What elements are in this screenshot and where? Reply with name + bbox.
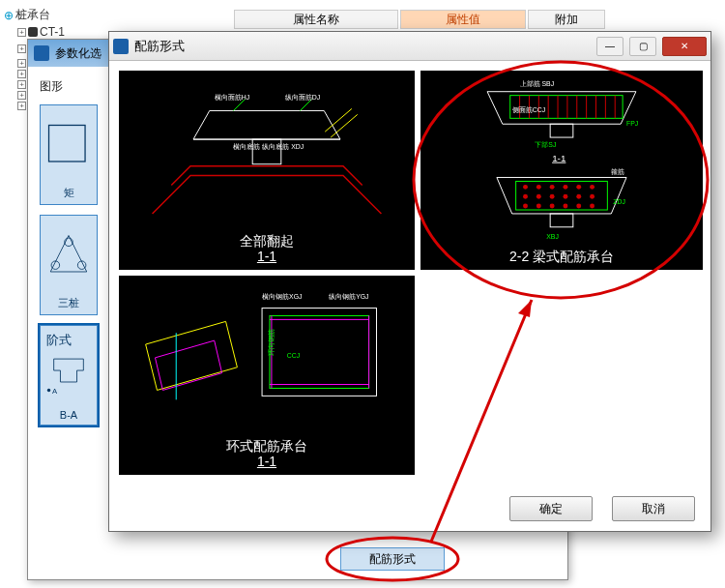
param-title-text: 参数化选: [55, 45, 102, 62]
expand-icon[interactable]: +: [17, 70, 26, 78]
expand-icon[interactable]: +: [17, 102, 26, 110]
cancel-button[interactable]: 取消: [612, 496, 695, 521]
option-beam-cap[interactable]: 上部筋 SBJ 侧面筋CCJ FPJ 下部SJ 1-1 箍筋 ZDJ XBJ 2…: [419, 69, 705, 272]
svg-text:纵向钢筋YGJ: 纵向钢筋YGJ: [329, 293, 368, 300]
bullet-icon: [28, 27, 38, 37]
svg-marker-67: [146, 321, 238, 390]
svg-marker-1: [50, 235, 87, 272]
svg-point-44: [563, 194, 567, 199]
tile-caption: 2-2 梁式配筋承台: [420, 249, 703, 264]
app-icon: [113, 39, 129, 54]
tree-item-label: CT-1: [40, 25, 65, 39]
svg-point-51: [576, 204, 581, 209]
svg-point-43: [550, 194, 555, 199]
svg-point-49: [550, 204, 555, 209]
header-cell: 附加: [528, 10, 605, 29]
header-cell: 属性名称: [234, 10, 398, 29]
svg-text:纵向面筋DJ: 纵向面筋DJ: [285, 94, 320, 101]
tree-root[interactable]: ⊕ 桩承台: [4, 6, 151, 24]
expand-icon[interactable]: +: [17, 44, 26, 53]
param-icon: [34, 45, 49, 61]
expand-icon[interactable]: +: [17, 28, 26, 37]
maximize-button[interactable]: ▢: [629, 37, 656, 56]
expand-icon[interactable]: +: [17, 80, 26, 89]
svg-point-45: [576, 194, 581, 199]
expand-icon[interactable]: +: [17, 59, 26, 68]
svg-point-41: [523, 194, 528, 199]
expand-icon[interactable]: +: [17, 91, 26, 100]
minimize-button[interactable]: —: [596, 37, 624, 56]
titlebar[interactable]: 配筋形式 — ▢ ✕: [109, 32, 710, 61]
svg-rect-0: [49, 125, 86, 162]
svg-point-50: [563, 204, 567, 209]
svg-point-38: [563, 185, 567, 190]
option-all-flip[interactable]: 横向面筋HJ 纵向面筋DJ 横向底筋 纵向底筋 XDJ 全部翻起 1-1: [117, 69, 417, 272]
thumb-tripile[interactable]: 三桩: [40, 215, 98, 315]
ok-button[interactable]: 确定: [509, 496, 593, 521]
thumb-step[interactable]: 阶式 A B-A: [40, 325, 98, 426]
svg-text:CCJ: CCJ: [287, 352, 300, 359]
svg-rect-31: [550, 124, 573, 137]
dialog-content: 横向面筋HJ 纵向面筋DJ 横向底筋 纵向底筋 XDJ 全部翻起 1-1 上部筋…: [117, 69, 703, 483]
svg-text:环向钢筋: 环向钢筋: [268, 329, 275, 356]
svg-text:横向面筋HJ: 横向面筋HJ: [215, 94, 249, 102]
svg-point-42: [536, 194, 541, 199]
svg-text:上部筋 SBJ: 上部筋 SBJ: [520, 80, 555, 87]
svg-text:横向底筋 纵向底筋 XDJ: 横向底筋 纵向底筋 XDJ: [233, 143, 304, 151]
svg-rect-57: [262, 309, 376, 397]
svg-point-37: [550, 185, 555, 190]
reinforcement-form-button[interactable]: 配筋形式: [340, 547, 445, 571]
svg-text:下部SJ: 下部SJ: [535, 141, 556, 148]
svg-marker-68: [156, 340, 222, 390]
header-cell: 属性值: [400, 10, 526, 29]
reinforcement-dialog: 配筋形式 — ▢ ✕ 横向面筋HJ 纵向面筋DJ 横向底筋 纵向底筋 XDJ 全…: [108, 31, 711, 532]
svg-point-5: [47, 389, 50, 392]
svg-point-47: [523, 204, 528, 209]
svg-point-35: [523, 185, 528, 190]
svg-text:侧面筋CCJ: 侧面筋CCJ: [512, 106, 545, 113]
svg-line-8: [233, 100, 245, 111]
close-button[interactable]: ✕: [662, 37, 707, 56]
thumb-rect[interactable]: 矩: [40, 104, 98, 205]
svg-text:ZDJ: ZDJ: [613, 198, 625, 205]
svg-point-40: [590, 185, 594, 190]
svg-point-52: [590, 204, 594, 209]
svg-text:横向钢筋XGJ: 横向钢筋XGJ: [262, 293, 302, 301]
svg-point-36: [536, 185, 541, 190]
svg-rect-55: [550, 214, 573, 227]
svg-text:1-1: 1-1: [552, 153, 566, 163]
dialog-footer: 确定 取消: [109, 486, 710, 531]
svg-rect-58: [270, 315, 369, 388]
option-ring-cap[interactable]: 环向钢筋 CCJ 横向钢筋XGJ 纵向钢筋YGJ 环式配筋承台 1-1: [117, 274, 417, 477]
svg-point-46: [590, 194, 594, 199]
svg-point-48: [536, 204, 541, 209]
svg-text:XBJ: XBJ: [546, 233, 559, 240]
svg-line-15: [331, 114, 358, 137]
tile-caption: 环式配筋承台 1-1: [119, 438, 415, 469]
svg-point-39: [576, 185, 581, 190]
bottom-button-label: 配筋形式: [369, 551, 416, 568]
svg-text:FPJ: FPJ: [626, 120, 638, 127]
tree-root-label: 桩承台: [15, 7, 50, 23]
svg-text:箍筋: 箍筋: [611, 168, 624, 175]
tile-caption: 全部翻起 1-1: [119, 233, 415, 264]
svg-line-10: [301, 100, 312, 111]
svg-text:A: A: [52, 387, 58, 396]
dialog-title: 配筋形式: [134, 38, 185, 55]
